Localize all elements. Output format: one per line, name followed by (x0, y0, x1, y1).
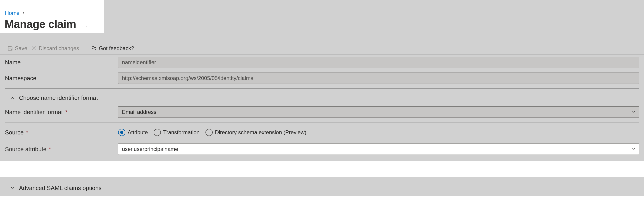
advanced-saml-claims-section-toggle[interactable]: Advanced SAML claims options (0, 180, 644, 196)
svg-point-0 (92, 46, 94, 49)
chevron-down-icon (10, 185, 15, 192)
name-identifier-format-section-toggle[interactable]: Choose name identifier format (0, 91, 644, 104)
page-more-button[interactable]: · · · (82, 23, 91, 28)
namespace-input[interactable] (118, 72, 639, 84)
feedback-button[interactable]: Got feedback? (90, 45, 134, 52)
chevron-down-icon (10, 168, 15, 175)
name-identifier-format-label: Name identifier format* (5, 109, 118, 116)
chevron-right-icon (22, 11, 25, 15)
source-radio-attribute[interactable]: Attribute (118, 129, 148, 136)
chevron-down-icon (632, 110, 636, 115)
source-radio-transformation[interactable]: Transformation (154, 129, 200, 136)
source-label: Source* (5, 129, 118, 136)
discard-changes-button[interactable]: Discard changes (30, 45, 80, 52)
breadcrumb: Home (0, 7, 104, 16)
chevron-down-icon (632, 147, 636, 152)
save-icon (7, 45, 13, 51)
radio-unchecked-icon (154, 129, 161, 136)
breadcrumb-home-link[interactable]: Home (5, 10, 20, 16)
discard-icon (31, 45, 37, 51)
name-input[interactable] (118, 57, 639, 68)
name-label: Name (5, 59, 118, 66)
source-attribute-label: Source attribute* (5, 146, 118, 153)
chevron-up-icon (10, 96, 15, 101)
save-button[interactable]: Save (7, 45, 28, 52)
claim-conditions-section-toggle[interactable]: Claim conditions (0, 164, 644, 180)
radio-unchecked-icon (206, 129, 213, 136)
feedback-icon (91, 45, 97, 51)
namespace-label: Namespace (5, 75, 118, 82)
source-radio-directory-extension[interactable]: Directory schema extension (Preview) (206, 129, 306, 136)
radio-checked-icon (118, 129, 125, 136)
source-attribute-select[interactable]: user.userprincipalname (118, 144, 639, 155)
name-identifier-format-select[interactable]: Email address (118, 106, 639, 118)
page-title: Manage claim (4, 18, 76, 31)
